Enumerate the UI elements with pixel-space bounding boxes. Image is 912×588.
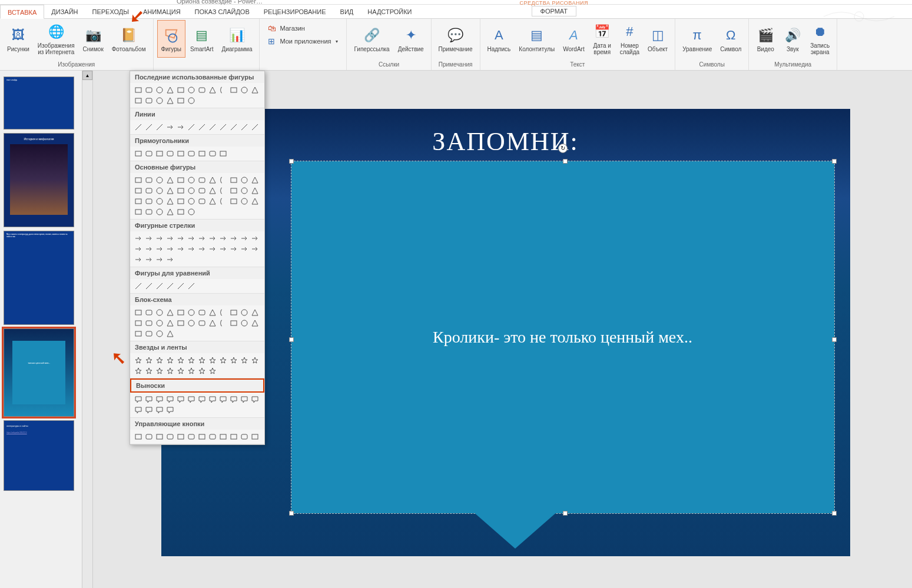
shape-item[interactable]	[197, 244, 207, 254]
shape-item[interactable]	[187, 149, 196, 158]
shape-item[interactable]	[134, 186, 143, 195]
shape-item[interactable]	[155, 122, 164, 132]
shape-item[interactable]	[176, 197, 185, 206]
shape-item[interactable]	[165, 197, 175, 206]
shape-item[interactable]	[250, 85, 260, 95]
shape-item[interactable]	[134, 255, 143, 264]
tab-transitions[interactable]: ПЕРЕХОДЫ	[85, 5, 136, 19]
shape-item[interactable]	[176, 356, 185, 365]
shape-item[interactable]	[197, 197, 207, 206]
shape-item[interactable]	[187, 281, 196, 291]
handle-tc[interactable]	[563, 159, 568, 164]
shape-item[interactable]	[218, 197, 228, 206]
shape-item[interactable]	[155, 244, 164, 254]
header-footer-button[interactable]: ▤ Колонтитулы	[515, 20, 558, 58]
shape-item[interactable]	[134, 318, 143, 328]
shape-item[interactable]	[187, 308, 196, 317]
shape-item[interactable]	[165, 234, 175, 243]
shape-item[interactable]	[176, 318, 185, 328]
shape-item[interactable]	[134, 175, 143, 185]
handle-bc[interactable]	[563, 511, 568, 516]
shape-item[interactable]	[240, 244, 249, 254]
shape-item[interactable]	[208, 366, 217, 376]
slide-thumb-2[interactable]: История и мифология	[4, 133, 74, 227]
shape-item[interactable]	[134, 406, 143, 415]
date-time-button[interactable]: 📅 Дата и время	[589, 20, 615, 58]
shape-item[interactable]	[165, 366, 175, 376]
shape-item[interactable]	[208, 244, 217, 254]
shape-item[interactable]	[250, 318, 260, 328]
shape-item[interactable]	[144, 244, 154, 254]
shape-item[interactable]	[165, 244, 175, 254]
shape-item[interactable]	[155, 85, 164, 95]
shape-item[interactable]	[165, 356, 175, 365]
tab-view[interactable]: ВИД	[333, 5, 361, 19]
shape-item[interactable]	[155, 186, 164, 195]
shape-item[interactable]	[165, 149, 175, 158]
shape-item[interactable]	[250, 186, 260, 195]
symbol-button[interactable]: Ω Символ	[717, 20, 745, 58]
handle-mr[interactable]	[832, 337, 837, 342]
shape-item[interactable]	[229, 395, 238, 404]
screenshot-button[interactable]: 📷 Снимок	[79, 20, 107, 58]
shape-item[interactable]	[176, 366, 185, 376]
shape-item[interactable]	[250, 432, 260, 441]
handle-ml[interactable]	[289, 337, 294, 342]
tab-review[interactable]: РЕЦЕНЗИРОВАНИЕ	[257, 5, 333, 19]
shape-item[interactable]	[240, 308, 249, 317]
handle-tl[interactable]	[289, 159, 294, 164]
shape-item[interactable]	[165, 406, 175, 415]
shape-item[interactable]	[176, 122, 185, 132]
shape-item[interactable]	[176, 175, 185, 185]
shape-item[interactable]	[250, 197, 260, 206]
shape-item[interactable]	[176, 281, 185, 291]
shape-item[interactable]	[187, 197, 196, 206]
shape-item[interactable]	[218, 356, 228, 365]
shape-item[interactable]	[240, 175, 249, 185]
shape-item[interactable]	[187, 395, 196, 404]
shape-item[interactable]	[208, 85, 217, 95]
shape-item[interactable]	[197, 234, 207, 243]
shape-item[interactable]	[144, 308, 154, 317]
slide-thumb-5[interactable]: литература и сайты https://wikipedia/139…	[4, 420, 74, 491]
shape-item[interactable]	[208, 197, 217, 206]
slide-thumb-3[interactable]: Мы в память и литературу дали слепок вре…	[4, 231, 74, 325]
shape-item[interactable]	[218, 149, 228, 158]
shape-item[interactable]	[229, 85, 238, 95]
shape-item[interactable]	[144, 255, 154, 264]
shape-item[interactable]	[155, 234, 164, 243]
shape-item[interactable]	[250, 175, 260, 185]
shape-item[interactable]	[144, 197, 154, 206]
rotate-handle[interactable]: ↻	[558, 144, 568, 153]
shape-item[interactable]	[165, 329, 175, 338]
shape-item[interactable]	[176, 186, 185, 195]
shape-item[interactable]	[144, 395, 154, 404]
handle-tr[interactable]	[832, 159, 837, 164]
shape-item[interactable]	[176, 96, 185, 105]
shape-item[interactable]	[165, 281, 175, 291]
shape-item[interactable]	[165, 207, 175, 217]
shape-item[interactable]	[144, 207, 154, 217]
shape-item[interactable]	[165, 85, 175, 95]
shape-item[interactable]	[155, 175, 164, 185]
shape-item[interactable]	[250, 122, 260, 132]
chart-button[interactable]: 📊 Диаграмма	[218, 20, 256, 58]
shape-item[interactable]	[176, 149, 185, 158]
shape-item[interactable]	[229, 432, 238, 441]
shape-item[interactable]	[134, 329, 143, 338]
video-button[interactable]: 🎬 Видео	[752, 20, 778, 58]
shape-item[interactable]	[250, 356, 260, 365]
shape-item[interactable]	[144, 329, 154, 338]
shape-item[interactable]	[134, 96, 143, 105]
shape-item[interactable]	[134, 432, 143, 441]
shape-item[interactable]	[197, 318, 207, 328]
shape-item[interactable]	[144, 406, 154, 415]
online-pictures-button[interactable]: 🌐 Изображения из Интернета	[34, 20, 78, 58]
comment-button[interactable]: 💬 Примечание	[435, 20, 476, 58]
tab-design[interactable]: ДИЗАЙН	[44, 5, 85, 19]
shape-item[interactable]	[240, 318, 249, 328]
shape-item[interactable]	[218, 432, 228, 441]
shape-item[interactable]	[144, 281, 154, 291]
shape-item[interactable]	[134, 85, 143, 95]
shape-item[interactable]	[134, 281, 143, 291]
